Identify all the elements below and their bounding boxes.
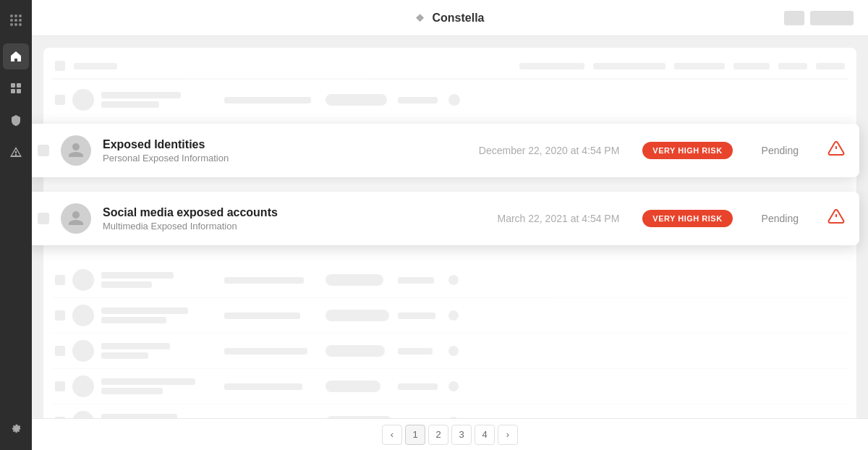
card1-date: December 22, 2020 at 4:54 PM: [479, 145, 620, 156]
h-col5: [733, 63, 770, 69]
prev-page-button[interactable]: ‹: [382, 425, 402, 445]
h-col6: [778, 63, 807, 69]
app-title: Constella: [432, 12, 484, 25]
main-area: ❖ Constella: [32, 0, 868, 450]
svg-point-8: [19, 23, 22, 26]
br1-sub: [101, 101, 159, 108]
br1-badge: [326, 94, 391, 106]
cards-placeholder: Exposed Identities Personal Exposed Info…: [52, 118, 848, 263]
card2-risk-badge: VERY HIGH RISK: [642, 210, 732, 227]
constella-dots-icon: ❖: [415, 12, 425, 24]
card2-status: Pending: [762, 213, 799, 224]
blur-row-4: [52, 298, 848, 334]
card1-status: Pending: [762, 145, 799, 156]
card-exposed-identities[interactable]: Exposed Identities Personal Exposed Info…: [32, 124, 859, 177]
card1-info: Exposed Identities Personal Exposed Info…: [103, 138, 456, 164]
card-social-media[interactable]: Social media exposed accounts Multimedia…: [32, 192, 859, 245]
br1-status: [398, 97, 441, 103]
topbar: ❖ Constella: [32, 0, 868, 36]
h-col1: [74, 63, 117, 69]
svg-point-2: [19, 14, 22, 17]
topbar-actions: [784, 11, 854, 25]
card1-checkbox[interactable]: [38, 145, 49, 156]
page-2-button[interactable]: 2: [428, 425, 448, 445]
blur-row-7: [52, 404, 848, 418]
sidebar-item-shield[interactable]: [3, 107, 29, 133]
svg-point-0: [10, 14, 13, 17]
h-col4: [674, 63, 725, 69]
topbar-btn-2[interactable]: [810, 11, 854, 25]
svg-point-7: [14, 23, 17, 26]
card2-subtitle: Multimedia Exposed Information: [103, 221, 474, 232]
sidebar-item-alert[interactable]: [3, 139, 29, 165]
header-check: [55, 61, 65, 71]
card2-alert-icon: [827, 208, 845, 229]
page-4-button[interactable]: 4: [475, 425, 495, 445]
br1-name-col: [101, 92, 217, 108]
background-table: Exposed Identities Personal Exposed Info…: [43, 48, 856, 418]
svg-point-1: [14, 14, 17, 17]
table-header-blur: [52, 56, 848, 80]
blur-row-1: [52, 82, 848, 118]
blur-row-6: [52, 369, 848, 404]
card1-risk-badge: VERY HIGH RISK: [642, 142, 732, 159]
br1-name: [101, 92, 181, 98]
svg-point-4: [14, 19, 17, 22]
card2-checkbox[interactable]: [38, 213, 49, 224]
sidebar: [0, 0, 32, 450]
svg-point-5: [19, 19, 22, 22]
card2-avatar: [61, 203, 91, 234]
br1-avatar: [72, 89, 94, 111]
svg-rect-12: [17, 89, 21, 93]
next-page-button[interactable]: ›: [498, 425, 518, 445]
card2-info: Social media exposed accounts Multimedia…: [103, 206, 474, 232]
sidebar-logo: [4, 9, 27, 32]
svg-point-6: [10, 23, 13, 26]
app-logo: ❖ Constella: [415, 12, 484, 25]
sidebar-item-settings[interactable]: [3, 415, 29, 441]
svg-rect-10: [17, 83, 21, 88]
h-col2: [519, 63, 584, 69]
topbar-btn-1[interactable]: [784, 11, 804, 25]
svg-point-3: [10, 19, 13, 22]
content-area: Exposed Identities Personal Exposed Info…: [32, 36, 868, 418]
sidebar-item-home[interactable]: [3, 43, 29, 69]
blur-row-5: [52, 334, 848, 369]
card2-title: Social media exposed accounts: [103, 206, 474, 219]
card1-alert-icon: [827, 140, 845, 161]
card1-avatar: [61, 135, 91, 166]
card1-subtitle: Personal Exposed Information: [103, 153, 456, 164]
h-col7: [816, 63, 845, 69]
br1-date: [224, 97, 318, 103]
pagination: ‹ 1 2 3 4 ›: [32, 418, 868, 450]
card1-title: Exposed Identities: [103, 138, 456, 151]
page-3-button[interactable]: 3: [451, 425, 472, 445]
sidebar-item-grid[interactable]: [3, 75, 29, 101]
br1-check: [55, 95, 65, 105]
page-1-button[interactable]: 1: [405, 425, 425, 445]
card2-date: March 22, 2021 at 4:54 PM: [497, 213, 619, 224]
svg-rect-11: [11, 89, 15, 93]
blur-row-3: [52, 263, 848, 298]
svg-rect-9: [11, 83, 15, 88]
h-col3: [593, 63, 665, 69]
br1-icon: [448, 94, 463, 106]
